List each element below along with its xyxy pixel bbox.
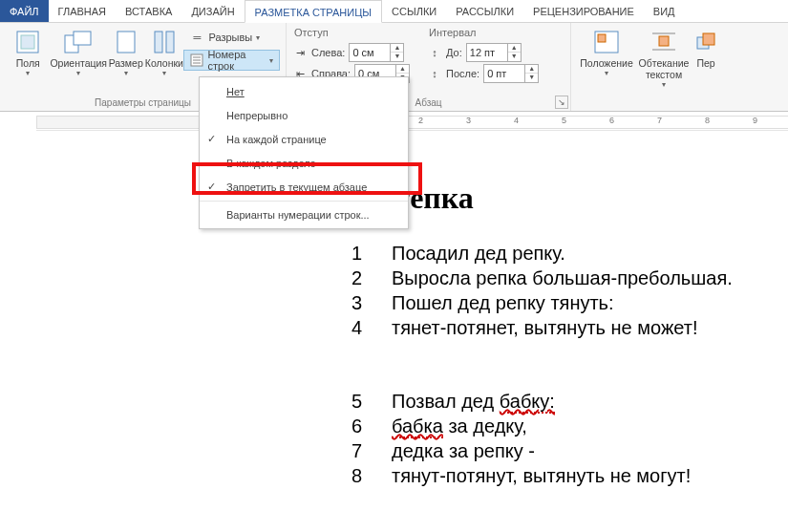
line-numbers-icon — [190, 53, 203, 68]
spacing-before-input[interactable] — [467, 44, 507, 61]
bring-forward-icon — [691, 29, 721, 55]
tab-mailings[interactable]: РАССЫЛКИ — [446, 0, 523, 22]
text-line: 1Посадил дед репку. — [351, 243, 788, 265]
size-button[interactable]: Размер ▾ — [107, 25, 144, 77]
chevron-down-icon: ▾ — [162, 69, 166, 77]
text-line: 2Выросла репка большая-пребольшая. — [351, 267, 788, 289]
spacing-before-spinner[interactable]: ▲▼ — [466, 43, 522, 62]
ruler-tick: 7 — [657, 116, 662, 125]
ruler-tick: 3 — [466, 116, 471, 125]
line-number: 6 — [351, 415, 392, 437]
tab-view[interactable]: ВИД — [644, 0, 685, 22]
dd-item-suppress[interactable]: ✓Запретить в текущем абзаце — [200, 175, 408, 199]
text-line: 8тянут-потянут, вытянуть не могут! — [351, 465, 788, 487]
checkmark-icon: ✓ — [207, 133, 216, 145]
ruler-tick: 8 — [705, 116, 710, 125]
svg-rect-1 — [21, 35, 34, 49]
dd-item-options[interactable]: Варианты нумерации строк... — [200, 201, 408, 226]
spinner-up[interactable]: ▲ — [396, 65, 409, 74]
chevron-down-icon: ▾ — [256, 33, 260, 42]
spacing-after-input[interactable] — [484, 65, 524, 82]
spinner-down[interactable]: ▼ — [525, 74, 538, 82]
line-text: Позвал дед бабку: — [392, 391, 555, 413]
line-text: тянет-потянет, вытянуть не может! — [392, 317, 697, 339]
line-number: 4 — [351, 317, 392, 339]
spinner-up[interactable]: ▲ — [525, 65, 538, 74]
spinner-up[interactable]: ▲ — [508, 44, 521, 53]
line-number: 3 — [351, 292, 392, 314]
horizontal-ruler[interactable]: 23456789 — [36, 112, 788, 131]
spinner-down[interactable]: ▼ — [508, 53, 521, 61]
orientation-icon — [63, 29, 94, 55]
chevron-down-icon: ▾ — [605, 69, 608, 77]
spinner-down[interactable]: ▼ — [391, 53, 403, 61]
spacing-after-spinner[interactable]: ▲▼ — [483, 64, 539, 83]
svg-rect-12 — [598, 34, 606, 42]
checkmark-icon: ✓ — [207, 181, 216, 193]
wrap-text-icon — [649, 29, 679, 55]
size-icon — [111, 29, 141, 55]
tab-references[interactable]: ССЫЛКИ — [382, 0, 446, 22]
line-text: тянут-потянут, вытянуть не могут! — [392, 465, 691, 487]
tab-file[interactable]: ФАЙЛ — [0, 0, 49, 22]
position-button[interactable]: Положение ▾ — [577, 25, 636, 77]
spacing-after-icon: ↕ — [427, 66, 442, 81]
svg-rect-13 — [659, 36, 669, 46]
indent-left-icon: ⇥ — [292, 45, 308, 60]
spacing-before-icon: ↕ — [427, 45, 442, 60]
spacing-heading: Интервал — [427, 25, 539, 42]
margins-button[interactable]: Поля ▾ — [6, 25, 50, 77]
line-number: 7 — [351, 440, 392, 462]
dd-item-each-page[interactable]: ✓На каждой странице — [200, 127, 408, 151]
tab-review[interactable]: РЕЦЕНЗИРОВАНИЕ — [523, 0, 644, 22]
line-number: 8 — [351, 465, 392, 487]
tab-layout[interactable]: РАЗМЕТКА СТРАНИЦЫ — [245, 0, 382, 23]
document-title: Репка — [392, 181, 788, 216]
ruler-tick: 9 — [753, 116, 757, 125]
text-line: 6бабка за дедку, — [351, 415, 788, 437]
text-line: 7дедка за репку - — [351, 440, 788, 462]
wrap-text-button[interactable]: Обтекание текстом ▾ — [636, 25, 692, 89]
svg-rect-4 — [117, 32, 135, 53]
tab-home[interactable]: ГЛАВНАЯ — [49, 0, 116, 22]
dd-item-each-section[interactable]: В каждом разделе — [200, 151, 408, 175]
line-number: 2 — [351, 267, 392, 289]
dd-item-continuous[interactable]: Непрерывно — [200, 103, 408, 127]
breaks-icon: ═ — [189, 30, 204, 45]
orientation-button[interactable]: Ориентация ▾ — [50, 25, 107, 77]
paragraph-dialog-launcher[interactable]: ↘ — [555, 96, 568, 109]
ruler-tick: 4 — [514, 116, 519, 125]
svg-rect-3 — [74, 32, 91, 45]
chevron-down-icon: ▾ — [662, 80, 666, 89]
svg-rect-17 — [703, 33, 714, 45]
line-text: бабка за дедку, — [392, 415, 527, 437]
svg-rect-6 — [166, 32, 174, 53]
ruler-tick: 6 — [609, 116, 614, 125]
spinner-up[interactable]: ▲ — [391, 44, 403, 53]
tab-insert[interactable]: ВСТАВКА — [116, 0, 181, 22]
text-line: 4тянет-потянет, вытянуть не может! — [351, 317, 788, 339]
chevron-down-icon: ▾ — [124, 69, 128, 77]
indent-heading: Отступ — [292, 25, 410, 42]
svg-rect-5 — [155, 32, 162, 53]
line-numbers-dropdown: Нет Непрерывно ✓На каждой странице В каж… — [199, 76, 409, 229]
indent-left-input[interactable] — [350, 44, 390, 61]
more-arrange-button[interactable]: Пер — [692, 25, 720, 69]
line-numbers-button[interactable]: Номера строк ▾ — [183, 50, 280, 71]
tab-design[interactable]: ДИЗАЙН — [181, 0, 244, 22]
columns-icon — [149, 29, 180, 55]
ruler-tick: 2 — [418, 116, 423, 125]
line-text: дедка за репку - — [392, 440, 535, 462]
line-number: 1 — [351, 243, 392, 265]
indent-left-spinner[interactable]: ▲▼ — [349, 43, 404, 62]
margins-icon — [12, 29, 43, 55]
dd-item-none[interactable]: Нет — [200, 79, 408, 103]
breaks-button[interactable]: ═ Разрывы ▾ — [183, 27, 280, 48]
text-line: 5Позвал дед бабку: — [351, 391, 788, 413]
columns-button[interactable]: Колонки ▾ — [144, 25, 183, 77]
chevron-down-icon: ▾ — [76, 69, 80, 77]
line-text: Пошел дед репку тянуть: — [392, 292, 614, 314]
chevron-down-icon: ▾ — [26, 69, 30, 77]
chevron-down-icon: ▾ — [269, 56, 273, 65]
line-text: Посадил дед репку. — [392, 243, 565, 265]
